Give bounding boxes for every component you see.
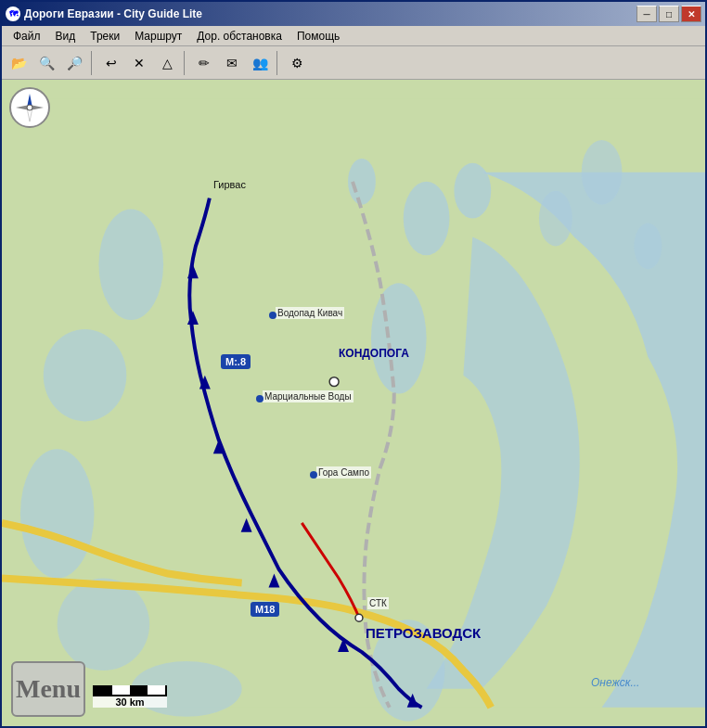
svg-point-2 <box>454 163 491 219</box>
toolbar-triangle[interactable]: △ <box>154 50 180 76</box>
svg-point-4 <box>371 283 427 393</box>
menu-button-label: Menu <box>16 674 81 704</box>
svg-point-11 <box>582 140 623 205</box>
poi-dot-kivach <box>269 312 276 319</box>
window-title: Дороги Евразии - City Guide Lite <box>24 7 202 20</box>
svg-point-6 <box>44 329 127 421</box>
map-svg <box>2 80 705 726</box>
svg-point-5 <box>98 210 163 320</box>
city-petrozavodsk: ПЕТРОЗАВОДСК <box>366 625 481 641</box>
toolbar-separator-3 <box>276 51 280 75</box>
toolbar-separator-2 <box>184 51 187 75</box>
city-kondopoga: КОНДОПОГА <box>339 347 409 360</box>
menu-road-info[interactable]: Дор. обстановка <box>189 28 289 45</box>
svg-point-1 <box>404 182 450 256</box>
scale-line <box>93 685 167 696</box>
compass <box>9 87 50 128</box>
compass-inner <box>14 92 45 123</box>
toolbar-open[interactable]: 📂 <box>6 50 32 76</box>
svg-point-28 <box>27 105 32 110</box>
road-badge-m18-mid: М18 <box>251 602 279 617</box>
minimize-button[interactable]: ─ <box>636 6 657 22</box>
scale-black-1 <box>95 685 112 695</box>
menubar: Файл Вид Треки Маршрут Дор. обстановка П… <box>2 26 705 46</box>
toolbar-zoom-in[interactable]: 🔍 <box>33 50 59 76</box>
poi-label-kivach: Водопад Кивач <box>276 307 344 319</box>
svg-point-3 <box>348 159 376 205</box>
toolbar-users[interactable]: 👥 <box>247 50 273 76</box>
menu-file[interactable]: Файл <box>6 28 48 45</box>
toolbar-cancel[interactable]: ✕ <box>126 50 152 76</box>
scale-white-1 <box>112 685 130 695</box>
menu-view[interactable]: Вид <box>48 28 84 45</box>
scale-black-2 <box>130 685 148 695</box>
toolbar-mail[interactable]: ✉ <box>219 50 245 76</box>
road-badge-m8: М:.8 <box>221 354 251 369</box>
toolbar-zoom-out[interactable]: 🔎 <box>61 50 87 76</box>
svg-point-10 <box>539 191 572 247</box>
city-girvs: Гирвас <box>213 179 246 190</box>
water-onega: Онежск... <box>591 676 639 689</box>
svg-point-22 <box>329 377 339 387</box>
close-button[interactable]: ✕ <box>681 6 701 22</box>
svg-point-12 <box>634 224 662 270</box>
main-window: 🗺 Дороги Евразии - City Guide Lite ─ □ ✕… <box>0 0 707 728</box>
scale-white-2 <box>148 685 165 695</box>
poi-dot-martsial <box>256 395 264 402</box>
toolbar: 📂 🔍 🔎 ↩ ✕ △ ✏ ✉ 👥 ⚙ <box>2 46 705 80</box>
scale-bar: 30 km <box>93 685 167 708</box>
toolbar-back[interactable]: ↩ <box>98 50 124 76</box>
app-icon: 🗺 <box>6 6 20 21</box>
poi-label-martsial: Марциальные Воды <box>263 390 354 402</box>
titlebar-controls: ─ □ ✕ <box>636 6 701 22</box>
poi-label-sampo: Гора Сампо <box>316 466 371 479</box>
svg-point-7 <box>20 449 95 578</box>
menu-button[interactable]: Menu <box>11 661 85 717</box>
titlebar: 🗺 Дороги Евразии - City Guide Lite ─ □ ✕ <box>2 2 705 26</box>
menu-help[interactable]: Помощь <box>289 28 347 45</box>
svg-point-8 <box>58 579 149 671</box>
toolbar-separator-1 <box>91 51 95 75</box>
poi-dot-sampo <box>310 471 317 479</box>
map-container[interactable]: Гирвас КОНДОПОГА ПЕТРОЗАВОДСК Онежск... … <box>2 80 705 726</box>
titlebar-left: 🗺 Дороги Евразии - City Guide Lite <box>6 6 202 21</box>
svg-point-23 <box>355 614 363 621</box>
menu-route[interactable]: Маршрут <box>127 28 189 45</box>
toolbar-settings[interactable]: ⚙ <box>284 50 310 76</box>
toolbar-edit[interactable]: ✏ <box>191 50 217 76</box>
maximize-button[interactable]: □ <box>659 6 679 22</box>
menu-tracks[interactable]: Треки <box>83 28 127 45</box>
poi-label-stk: СТК <box>367 597 389 609</box>
scale-label: 30 km <box>93 696 167 708</box>
